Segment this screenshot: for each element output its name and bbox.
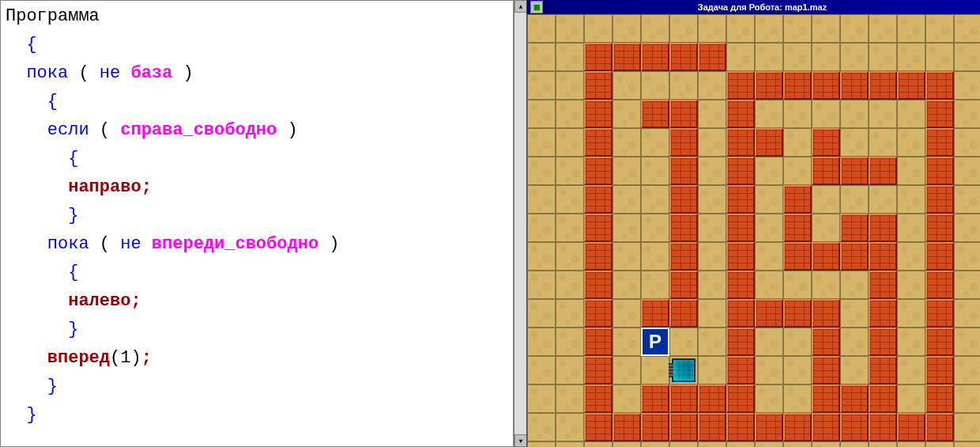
- floor-tile: [698, 185, 726, 214]
- floor-tile: [556, 384, 584, 413]
- code-line[interactable]: пока ( не впереди_свободно ): [6, 230, 508, 259]
- code-line[interactable]: }: [6, 401, 508, 430]
- floor-tile: [669, 328, 698, 356]
- floor-tile: [527, 299, 556, 328]
- floor-tile: [527, 128, 556, 157]
- wall-tile: [584, 242, 612, 271]
- floor-tile: [641, 271, 669, 299]
- wall-tile: [925, 384, 954, 413]
- floor-tile: [954, 71, 980, 100]
- code-token: {: [47, 92, 58, 112]
- wall-tile: [726, 100, 755, 128]
- floor-tile: [527, 271, 556, 299]
- code-scrollbar[interactable]: ▲ ▼: [514, 0, 526, 447]
- floor-tile: [954, 214, 980, 242]
- floor-tile: [869, 128, 897, 157]
- floor-tile: [527, 71, 556, 100]
- floor-tile: [726, 441, 755, 447]
- floor-tile: [698, 441, 726, 447]
- floor-tile: [954, 356, 980, 384]
- floor-tile: [755, 14, 783, 43]
- code-token: {: [68, 263, 78, 282]
- code-editor[interactable]: Программа { пока ( не база ) { если ( сп…: [0, 0, 514, 447]
- wall-tile: [641, 413, 669, 441]
- wall-tile: [812, 384, 840, 413]
- floor-tile: [840, 43, 869, 71]
- wall-tile: [669, 271, 698, 299]
- wall-tile: [812, 71, 840, 100]
- floor-tile: [669, 71, 698, 100]
- code-line[interactable]: }: [6, 316, 508, 344]
- floor-tile: [556, 413, 584, 441]
- floor-tile: [897, 356, 925, 384]
- floor-tile: [755, 214, 783, 242]
- code-line[interactable]: вперед(1);: [6, 344, 508, 373]
- maze-area[interactable]: P: [527, 14, 980, 447]
- floor-tile: [869, 14, 897, 43]
- code-line[interactable]: {: [6, 88, 508, 116]
- floor-tile: [783, 356, 812, 384]
- floor-tile: [584, 14, 612, 43]
- code-token: }: [68, 320, 78, 339]
- floor-tile: [869, 100, 897, 128]
- floor-tile: [527, 384, 556, 413]
- floor-tile: [556, 157, 584, 185]
- floor-tile: [527, 157, 556, 185]
- floor-tile: [698, 157, 726, 185]
- code-token: [141, 234, 152, 254]
- floor-tile: [897, 43, 925, 71]
- floor-tile: [556, 71, 584, 100]
- code-token: (: [68, 63, 100, 83]
- code-line[interactable]: }: [6, 202, 508, 230]
- floor-tile: [556, 242, 584, 271]
- floor-tile: [527, 14, 556, 43]
- floor-tile: [755, 157, 783, 185]
- floor-tile: [641, 157, 669, 185]
- floor-tile: [641, 71, 669, 100]
- floor-tile: [897, 14, 925, 43]
- floor-tile: [840, 441, 869, 447]
- floor-tile: [612, 271, 641, 299]
- scroll-down-button[interactable]: ▼: [514, 434, 527, 447]
- code-line[interactable]: {: [6, 259, 508, 287]
- code-line[interactable]: }: [6, 373, 508, 401]
- wall-tile: [925, 214, 954, 242]
- floor-tile: [584, 441, 612, 447]
- floor-tile: [840, 328, 869, 356]
- floor-tile: [556, 328, 584, 356]
- code-line[interactable]: {: [6, 31, 508, 59]
- floor-tile: [641, 14, 669, 43]
- floor-tile: [954, 242, 980, 271]
- maze-titlebar[interactable]: ▦ Задача для Робота: map1.maz: [527, 0, 980, 14]
- wall-tile: [925, 71, 954, 100]
- code-line[interactable]: направо;: [6, 173, 508, 202]
- floor-tile: [612, 185, 641, 214]
- scroll-up-button[interactable]: ▲: [514, 0, 527, 13]
- wall-tile: [783, 185, 812, 214]
- code-line[interactable]: если ( справа_свободно ): [6, 116, 508, 145]
- floor-tile: [954, 384, 980, 413]
- floor-tile: [527, 214, 556, 242]
- wall-tile: [840, 413, 869, 441]
- wall-tile: [669, 128, 698, 157]
- code-token: }: [26, 405, 36, 425]
- floor-tile: [698, 100, 726, 128]
- floor-tile: [612, 14, 641, 43]
- floor-tile: [897, 328, 925, 356]
- wall-tile: [812, 299, 840, 328]
- code-token: ;: [141, 348, 152, 368]
- code-line[interactable]: пока ( не база ): [6, 59, 508, 88]
- floor-tile: [812, 441, 840, 447]
- code-line[interactable]: налево;: [6, 287, 508, 316]
- floor-tile: [755, 441, 783, 447]
- floor-tile: [755, 185, 783, 214]
- floor-tile: [698, 71, 726, 100]
- code-line[interactable]: {: [6, 145, 508, 173]
- maze-window: ▦ Задача для Робота: map1.maz P: [526, 0, 980, 447]
- floor-tile: [641, 441, 669, 447]
- wall-tile: [869, 71, 897, 100]
- floor-tile: [840, 14, 869, 43]
- code-line[interactable]: Программа: [6, 2, 508, 31]
- wall-tile: [584, 43, 612, 71]
- code-token: вперед: [47, 348, 110, 368]
